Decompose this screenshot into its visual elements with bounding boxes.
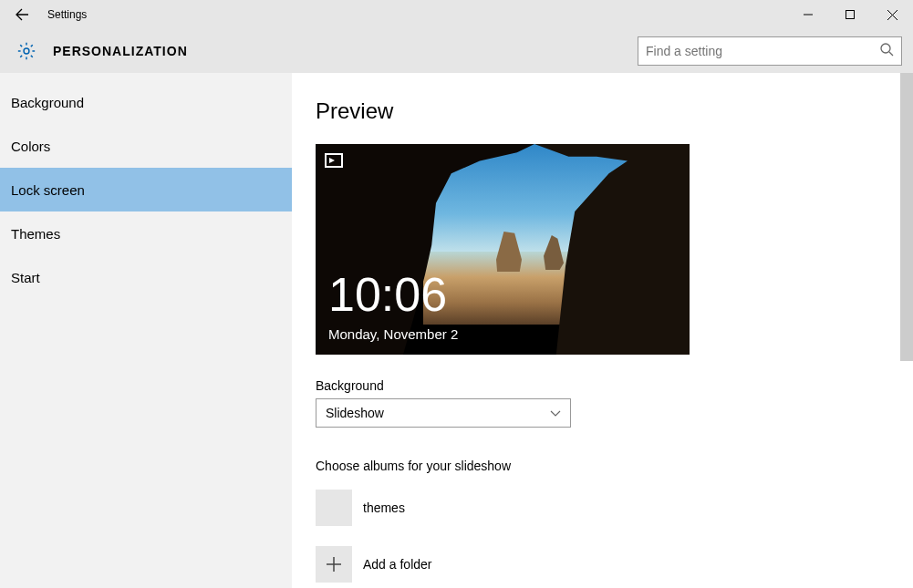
window-title: Settings [44, 8, 87, 21]
sidebar-item-label: Colors [11, 139, 50, 154]
albums-heading: Choose albums for your slideshow [316, 459, 913, 473]
dropdown-value: Slideshow [326, 406, 384, 420]
preview-date: Monday, November 2 [328, 326, 458, 342]
lock-screen-preview: 10:06 Monday, November 2 [316, 144, 690, 355]
sidebar-item-colors[interactable]: Colors [0, 124, 292, 168]
sidebar-item-label: Lock screen [11, 182, 85, 198]
close-button[interactable] [871, 0, 913, 29]
sidebar-item-label: Themes [11, 226, 60, 242]
preview-time: 10:06 [328, 271, 447, 318]
sidebar-item-label: Background [11, 95, 84, 110]
add-folder-label: Add a folder [363, 557, 432, 572]
svg-point-5 [881, 44, 890, 53]
album-name: themes [363, 500, 405, 515]
sidebar-item-background[interactable]: Background [0, 80, 292, 124]
search-icon [879, 42, 894, 60]
search-input[interactable] [646, 44, 879, 58]
back-button[interactable] [0, 0, 44, 29]
minimize-button[interactable] [787, 0, 829, 29]
minimize-icon [804, 10, 813, 19]
album-thumbnail [316, 490, 352, 526]
sidebar-item-themes[interactable]: Themes [0, 211, 292, 255]
close-icon [887, 10, 897, 20]
maximize-icon [846, 10, 855, 19]
preview-heading: Preview [316, 98, 913, 124]
content-pane: Preview 10:06 Monday, November 2 Backgro… [292, 73, 913, 588]
svg-point-4 [24, 48, 29, 54]
plus-icon [326, 556, 342, 573]
add-folder-thumb [316, 546, 352, 583]
gear-icon [16, 41, 36, 61]
sidebar: Background Colors Lock screen Themes Sta… [0, 73, 292, 588]
add-folder-button[interactable]: Add a folder [316, 542, 913, 586]
album-item[interactable]: themes [316, 486, 913, 530]
background-dropdown[interactable]: Slideshow [316, 398, 571, 428]
sidebar-item-label: Start [11, 270, 40, 285]
back-arrow-icon [15, 7, 29, 22]
chevron-down-icon [550, 407, 561, 418]
header: PERSONALIZATION [0, 29, 913, 73]
sidebar-item-start[interactable]: Start [0, 255, 292, 299]
background-label: Background [316, 378, 913, 393]
svg-line-6 [889, 52, 893, 56]
svg-rect-1 [846, 11, 855, 19]
slideshow-badge-icon [325, 153, 343, 168]
scrollbar-thumb[interactable] [900, 73, 913, 361]
sidebar-item-lock-screen[interactable]: Lock screen [0, 168, 292, 211]
page-title: PERSONALIZATION [53, 44, 188, 58]
title-bar: Settings [0, 0, 913, 29]
maximize-button[interactable] [829, 0, 871, 29]
search-box[interactable] [638, 36, 902, 66]
